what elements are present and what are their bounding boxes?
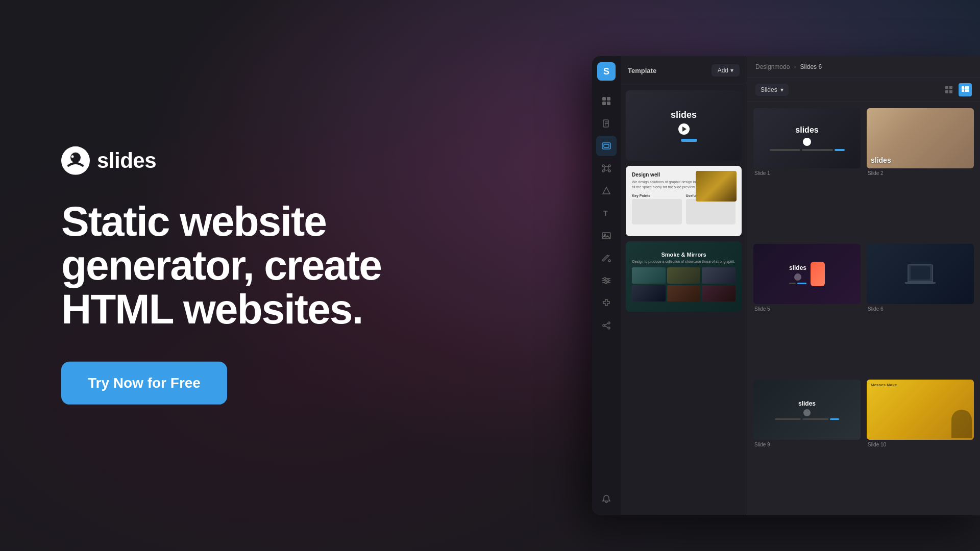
svg-point-10 [604, 166, 608, 170]
slide-label-1: Slide 1 [753, 170, 861, 176]
svg-point-13 [602, 170, 604, 172]
sidebar-icon-settings[interactable] [596, 270, 617, 291]
template-card-white[interactable]: Design well We design solutions of graph… [626, 166, 742, 236]
smoke-title: Smoke & Mirrors [661, 252, 706, 258]
svg-rect-34 [967, 89, 969, 92]
hero-headline: Static website generator, create HTML we… [61, 199, 393, 331]
sidebar-icon-text[interactable]: T [596, 203, 617, 223]
slide-label-5: Slide 5 [753, 306, 861, 312]
app-mockup: S [592, 56, 980, 515]
svg-rect-30 [965, 86, 967, 89]
slide-item-2[interactable]: slides Slide 2 [867, 108, 974, 238]
svg-rect-33 [965, 89, 967, 92]
sidebar-icon-pages[interactable] [596, 113, 617, 134]
template-panel: Template Add ▾ slides [621, 56, 747, 515]
sidebar-icon-shapes[interactable] [596, 181, 617, 201]
slides-logo-icon [61, 146, 90, 175]
sidebar-icon-share[interactable] [596, 315, 617, 336]
svg-point-20 [607, 280, 609, 282]
sidebar-icon-notifications[interactable] [596, 489, 617, 509]
slide-label-10: Slide 10 [867, 442, 974, 447]
svg-point-12 [608, 165, 610, 167]
slide-item-5[interactable]: slides Slide 5 [753, 244, 861, 373]
svg-point-2 [71, 155, 74, 158]
sidebar-icon-plugins[interactable] [596, 293, 617, 313]
sidebar-icon-images[interactable] [596, 226, 617, 246]
template-card-dark[interactable]: slides [626, 90, 742, 161]
slide-item-6[interactable]: Slide 6 [867, 244, 974, 373]
slide-label-9: Slide 9 [753, 442, 861, 447]
svg-point-24 [603, 324, 605, 327]
view-icon-grid-small[interactable] [942, 83, 955, 96]
slide-label-6: Slide 6 [867, 306, 974, 312]
svg-rect-29 [962, 86, 964, 89]
breadcrumb-current: Slides 6 [800, 63, 822, 70]
sidebar-icon-components[interactable] [596, 158, 617, 179]
sidebar-icon-editor[interactable] [596, 136, 617, 156]
breadcrumb-root: Designmodo [755, 63, 790, 70]
svg-rect-6 [607, 102, 610, 105]
svg-rect-3 [602, 97, 606, 101]
svg-rect-28 [949, 90, 952, 93]
hero-section: slides Static website generator, create … [61, 146, 393, 405]
svg-rect-9 [604, 144, 609, 147]
sidebar-logo: S [597, 62, 616, 81]
svg-rect-26 [949, 86, 952, 89]
svg-point-14 [608, 170, 610, 172]
svg-rect-25 [945, 86, 948, 89]
sidebar-icon-paint[interactable] [596, 248, 617, 268]
svg-point-11 [602, 165, 604, 167]
slides-panel: Designmodo › Slides 6 Slides ▾ [747, 56, 980, 515]
template-title: Template [628, 67, 656, 74]
svg-point-22 [608, 322, 610, 324]
white-card-image [696, 171, 737, 202]
template-header: Template Add ▾ [621, 56, 747, 85]
slide-thumb-9: slides [753, 380, 861, 440]
slide-thumb-10: Messes Make [867, 380, 974, 440]
sidebar-icon-templates[interactable] [596, 91, 617, 111]
svg-point-23 [608, 327, 610, 329]
logo-text: slides [97, 148, 156, 173]
sidebar-bottom [596, 489, 617, 509]
svg-rect-32 [962, 89, 964, 92]
cta-button[interactable]: Try Now for Free [61, 362, 227, 405]
svg-text:T: T [603, 209, 608, 217]
slides-dropdown[interactable]: Slides ▾ [755, 84, 789, 96]
slides-dropdown-label: Slides [761, 86, 777, 93]
svg-point-19 [604, 278, 606, 280]
slide-thumb-2: slides [867, 108, 974, 168]
slides-toolbar: Slides ▾ [747, 78, 980, 102]
template-list: slides Design well We design solutions o… [621, 85, 747, 515]
slide-item-1[interactable]: slides Slide 1 [753, 108, 861, 238]
svg-rect-4 [607, 97, 610, 101]
slide-item-10[interactable]: Messes Make Slide 10 [867, 380, 974, 509]
slides-grid: slides Slide 1 slides Slide 2 [747, 102, 980, 515]
add-button[interactable]: Add ▾ [712, 64, 740, 77]
template-card-smoke[interactable]: Smoke & Mirrors Design to produce a coll… [626, 241, 742, 312]
breadcrumb: Designmodo › Slides 6 [747, 56, 980, 78]
svg-rect-27 [945, 90, 948, 93]
logo-row: slides [61, 146, 393, 175]
slide-thumb-5: slides [753, 244, 861, 304]
svg-rect-31 [967, 86, 969, 89]
view-icons [942, 83, 972, 96]
slide-label-2: Slide 2 [867, 170, 974, 176]
svg-point-21 [605, 282, 607, 284]
view-icon-grid-large[interactable] [959, 83, 972, 96]
svg-point-18 [608, 260, 610, 262]
slide-thumb-6 [867, 244, 974, 304]
slide-item-9[interactable]: slides Slide 9 [753, 380, 861, 509]
svg-rect-5 [602, 102, 606, 105]
app-sidebar: S [592, 56, 621, 515]
slide-thumb-1: slides [753, 108, 861, 168]
